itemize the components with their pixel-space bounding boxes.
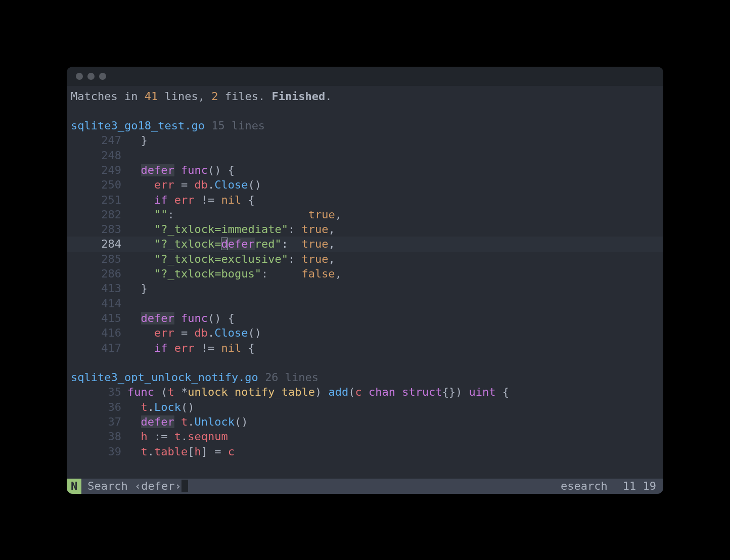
code-content: defer func() { <box>127 311 235 325</box>
code-line[interactable]: 36 t.Lock() <box>67 400 663 414</box>
code-line[interactable]: 414 <box>67 296 663 311</box>
code-line[interactable]: 285 "?_txlock=exclusive": true, <box>67 252 663 266</box>
code-content: defer func() { <box>127 163 235 177</box>
token: nil <box>221 342 241 354</box>
blank-line <box>67 355 663 370</box>
code-line[interactable]: 35func (t *unlock_notify_table) add(c ch… <box>67 385 663 399</box>
token: struct <box>402 386 442 398</box>
token: db <box>194 326 208 339</box>
token: { <box>496 386 510 398</box>
token: efer <box>228 238 255 250</box>
code-line[interactable]: 286 "?_txlock=bogus": false, <box>67 266 663 281</box>
close-icon[interactable] <box>76 73 83 80</box>
token: err <box>174 194 195 206</box>
token: defer <box>141 415 174 428</box>
token: t <box>181 415 188 428</box>
file-header[interactable]: sqlite3_go18_test.go 15 lines <box>67 118 663 133</box>
search-input-cursor[interactable] <box>181 480 188 492</box>
code-content: "?_txlock=exclusive": true, <box>127 252 335 266</box>
query-open: ‹ <box>134 480 141 492</box>
token <box>127 164 141 176</box>
token: ] = <box>201 445 228 458</box>
code-line[interactable]: 283 "?_txlock=immediate": true, <box>67 222 663 237</box>
code-line[interactable]: 37 defer t.Unlock() <box>67 414 663 429</box>
file-name[interactable]: sqlite3_opt_unlock_notify.go <box>71 370 258 385</box>
code-content: if err != nil { <box>127 193 255 207</box>
token: table <box>154 445 188 458</box>
token: , <box>335 208 342 221</box>
code-line[interactable]: 413 } <box>67 281 663 296</box>
token: t <box>174 430 181 443</box>
file-list: sqlite3_go18_test.go 15 lines247 }248249… <box>67 118 663 459</box>
summary-file-count: 2 <box>211 89 218 104</box>
code-line[interactable]: 249 defer func() { <box>67 163 663 177</box>
line-number: 417 <box>67 341 127 355</box>
code-line[interactable]: 250 err = db.Close() <box>67 177 663 192</box>
token: unlock_notify_table <box>188 386 315 398</box>
code-line[interactable]: 282 "": true, <box>67 207 663 222</box>
summary-prefix: Matches in <box>71 89 145 104</box>
token: "?_txlock=exclusive" <box>154 253 288 265</box>
code-line[interactable]: 39 t.table[h] = c <box>67 444 663 459</box>
token: false <box>301 267 335 280</box>
token: true <box>301 238 328 250</box>
code-line[interactable]: 417 if err != nil { <box>67 341 663 355</box>
search-query[interactable]: defer <box>141 480 174 492</box>
minimize-icon[interactable] <box>87 73 95 80</box>
token <box>127 238 154 250</box>
line-number: 35 <box>67 385 127 399</box>
token <box>127 312 141 324</box>
line-number: 286 <box>67 266 127 281</box>
token <box>127 134 141 147</box>
line-number: 282 <box>67 207 127 222</box>
editor-content[interactable]: Matches in 41 lines, 2 files. Finished .… <box>67 86 663 479</box>
token: := <box>148 430 174 443</box>
code-content: "?_txlock=immediate": true, <box>127 222 335 237</box>
token: { <box>241 342 255 354</box>
token: : <box>288 253 302 265</box>
code-line[interactable]: 251 if err != nil { <box>67 193 663 207</box>
token: Close <box>214 326 248 339</box>
token: err <box>154 326 174 339</box>
token: . <box>148 445 154 458</box>
token: if <box>154 342 168 354</box>
token: = <box>174 326 195 339</box>
file-name[interactable]: sqlite3_go18_test.go <box>71 118 205 133</box>
search-summary: Matches in 41 lines, 2 files. Finished . <box>67 89 663 104</box>
file-header[interactable]: sqlite3_opt_unlock_notify.go 26 lines <box>67 370 663 385</box>
token: h <box>194 445 201 458</box>
token: . <box>208 178 214 191</box>
token <box>127 430 141 443</box>
token: : <box>167 208 308 221</box>
token: defer <box>141 164 174 176</box>
code-content: } <box>127 281 148 296</box>
code-line[interactable]: 247 } <box>67 133 663 148</box>
token <box>127 326 154 339</box>
code-line[interactable]: 38 h := t.seqnum <box>67 429 663 444</box>
token: Lock <box>154 401 181 413</box>
code-content: if err != nil { <box>127 341 255 355</box>
token: {}) <box>442 386 469 398</box>
token: err <box>174 342 195 354</box>
token <box>167 342 174 354</box>
token: h <box>141 430 148 443</box>
token: : <box>282 238 302 250</box>
file-line-count: 26 lines <box>265 370 318 385</box>
token: () { <box>208 164 235 176</box>
code-line[interactable]: 284 "?_txlock=deferred": true, <box>67 237 663 251</box>
titlebar[interactable] <box>67 67 663 86</box>
code-content: func (t *unlock_notify_table) add(c chan… <box>127 385 509 399</box>
statusbar: N Search ‹ defer › esearch 11 19 <box>67 479 663 494</box>
token <box>127 267 154 280</box>
code-content: err = db.Close() <box>127 177 261 192</box>
token: if <box>154 194 168 206</box>
code-line[interactable]: 415 defer func() { <box>67 311 663 325</box>
token: != <box>194 342 221 354</box>
token: } <box>141 134 148 147</box>
code-line[interactable]: 248 <box>67 148 663 163</box>
token: Close <box>214 178 248 191</box>
zoom-icon[interactable] <box>99 73 106 80</box>
code-line[interactable]: 416 err = db.Close() <box>67 325 663 340</box>
token: "" <box>154 208 168 221</box>
mode-indicator: N <box>67 479 81 494</box>
